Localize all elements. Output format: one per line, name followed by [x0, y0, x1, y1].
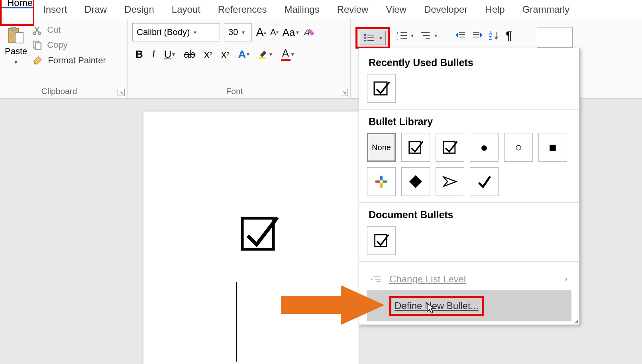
checkbox-icon — [442, 139, 458, 155]
italic-button[interactable]: I — [152, 48, 155, 60]
tab-developer[interactable]: Developer — [415, 0, 476, 19]
bullet-option-arrowhead[interactable] — [436, 167, 464, 196]
styles-preview[interactable] — [537, 27, 573, 48]
svg-point-3 — [33, 32, 36, 35]
tab-help[interactable]: Help — [476, 0, 513, 19]
underline-button[interactable]: U▾ — [164, 48, 175, 61]
change-case-button[interactable]: Aa▾ — [283, 26, 299, 39]
tab-review[interactable]: Review — [328, 0, 377, 19]
multilevel-button[interactable]: ▾ — [420, 27, 437, 44]
chevron-down-icon: ▾ — [242, 29, 245, 35]
bold-button[interactable]: B — [135, 48, 143, 61]
checkbox-icon — [373, 233, 389, 249]
four-color-plus-icon — [375, 175, 388, 188]
bullet-option-none[interactable]: None — [367, 133, 396, 162]
clear-format-icon: A — [303, 26, 315, 38]
shrink-font-button[interactable]: A▾ — [270, 27, 279, 37]
increase-indent-icon — [472, 31, 483, 40]
subscript-button[interactable]: x2 — [204, 48, 212, 61]
define-new-bullet-item[interactable]: Define New Bullet... — [367, 290, 571, 321]
decrease-indent-button[interactable] — [455, 27, 466, 44]
superscript-button[interactable]: x2 — [221, 48, 230, 61]
bullet-option-circle[interactable]: ○ — [504, 133, 533, 162]
circle-icon: ○ — [515, 141, 522, 154]
disc-icon: ● — [480, 140, 488, 155]
paste-label: Paste — [5, 46, 27, 57]
square-icon: ■ — [549, 140, 556, 155]
cut-button[interactable]: Cut — [32, 25, 106, 35]
change-list-level-item: Change List Level › — [367, 268, 571, 290]
font-color-button[interactable]: A▾ — [281, 47, 294, 61]
group-clipboard: Paste ▾ Cut Copy Format Painter Clipboar… — [0, 19, 128, 98]
increase-indent-button[interactable] — [472, 27, 483, 44]
show-marks-button[interactable]: ¶ — [506, 27, 512, 44]
bullet-option-checkbox1[interactable] — [401, 133, 430, 162]
paste-button[interactable]: Paste ▾ — [5, 23, 27, 66]
bullet-library-grid: None ● ○ ■ — [367, 133, 571, 196]
sort-button[interactable]: AZ — [489, 27, 499, 44]
text-cursor — [236, 282, 237, 362]
bullet-option-square[interactable]: ■ — [538, 133, 567, 162]
copy-icon — [32, 40, 42, 50]
clipboard-launcher[interactable]: ↘ — [118, 89, 125, 96]
chevron-down-icon: ▾ — [434, 32, 437, 39]
font-launcher[interactable]: ↘ — [341, 89, 348, 96]
recent-bullets-grid — [367, 74, 571, 103]
bullet-library-title: Bullet Library — [369, 116, 571, 127]
resize-grip-icon[interactable]: ◢ — [574, 318, 578, 324]
tab-grammarly[interactable]: Grammarly — [514, 0, 579, 19]
svg-rect-28 — [473, 34, 479, 35]
tab-view[interactable]: View — [377, 0, 415, 19]
annotation-arrow — [281, 285, 385, 325]
tab-references[interactable]: References — [209, 0, 276, 19]
bullet-option-checkbox-doc[interactable] — [367, 226, 396, 255]
tab-draw[interactable]: Draw — [76, 0, 116, 19]
cut-label: Cut — [47, 25, 61, 35]
copy-label: Copy — [47, 40, 67, 50]
text-effects-button[interactable]: A▾ — [238, 48, 249, 61]
numbering-button[interactable]: 123 ▾ — [397, 27, 414, 44]
cursor-icon — [426, 303, 436, 314]
svg-rect-37 — [380, 183, 383, 188]
bullet-option-checkbox[interactable] — [367, 74, 396, 103]
svg-rect-18 — [401, 35, 407, 36]
format-painter-button[interactable]: Format Painter — [32, 55, 106, 66]
none-label: None — [372, 143, 391, 152]
svg-rect-6 — [35, 43, 41, 50]
tab-layout[interactable]: Layout — [163, 0, 209, 19]
multilevel-icon — [420, 31, 431, 40]
chevron-down-icon: ▾ — [194, 29, 196, 35]
chevron-right-icon: › — [565, 274, 567, 284]
chevron-down-icon: ▾ — [411, 32, 414, 39]
tab-insert[interactable]: Insert — [34, 0, 76, 19]
bullets-icon — [363, 33, 375, 42]
highlight-button[interactable]: ▾ — [258, 49, 272, 59]
font-name-value: Calibri (Body) — [137, 27, 190, 37]
svg-text:3: 3 — [397, 37, 399, 40]
tab-mailings[interactable]: Mailings — [276, 0, 328, 19]
copy-button[interactable]: Copy — [32, 40, 106, 50]
clear-formatting-button[interactable]: A — [303, 26, 315, 38]
bullet-option-plus[interactable] — [367, 167, 396, 196]
highlighter-icon — [258, 49, 269, 59]
svg-rect-36 — [380, 176, 383, 180]
bullet-option-check[interactable] — [470, 167, 499, 196]
bullet-option-checkbox2[interactable] — [436, 133, 464, 162]
tab-home[interactable]: Home — [2, 0, 33, 22]
font-size-combo[interactable]: 30▾ — [224, 23, 252, 41]
paste-dropdown-icon[interactable]: ▾ — [14, 58, 18, 66]
bullet-option-diamond4[interactable] — [401, 167, 430, 196]
highlight-define-new-bullet: Define New Bullet... — [389, 296, 484, 316]
document-page[interactable] — [143, 112, 359, 364]
strike-button[interactable]: ab — [184, 48, 195, 61]
grow-font-button[interactable]: A▴ — [256, 25, 266, 39]
format-painter-icon — [32, 55, 43, 66]
font-name-combo[interactable]: Calibri (Body)▾ — [132, 23, 220, 41]
bullet-option-disc[interactable]: ● — [470, 133, 499, 162]
bullets-button[interactable]: ▾ — [360, 31, 386, 45]
tab-design[interactable]: Design — [116, 0, 163, 19]
svg-rect-9 — [364, 34, 366, 36]
svg-rect-14 — [367, 40, 374, 41]
svg-rect-13 — [364, 40, 366, 41]
svg-rect-43 — [377, 281, 381, 282]
